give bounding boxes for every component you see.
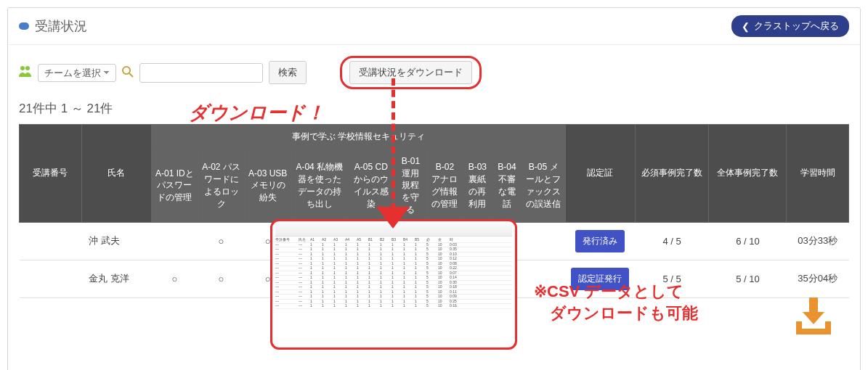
annotation-csv-preview: 受講番号氏名A1A2A3A4A5B1B2B3B4B5必全時 ――11111111… <box>270 219 517 350</box>
cell-time: 03分33秒 <box>787 222 849 260</box>
cert-issued-button[interactable]: 発行済み <box>575 230 625 252</box>
cell-b05 <box>522 222 565 260</box>
annotation-download-label: ダウンロード！ <box>189 100 325 126</box>
cell-id <box>20 260 82 297</box>
download-icon <box>792 294 835 340</box>
back-to-class-top-button[interactable]: ❮ クラストップへ戻る <box>731 15 849 37</box>
search-input[interactable] <box>139 63 263 83</box>
cell-a02: ○ <box>198 260 244 297</box>
col-b05: B-05 メールとファックスの誤送信 <box>522 149 565 222</box>
cell-a01 <box>151 222 198 260</box>
people-icon <box>19 65 32 80</box>
title-bullet-icon <box>19 22 29 30</box>
col-b03: B-03 裏紙の再利用 <box>463 149 492 222</box>
page-title: 受講状況 <box>35 17 87 35</box>
annotation-arrow-line <box>392 78 395 210</box>
cell-name: 金丸 克洋 <box>81 260 151 297</box>
chevron-left-icon: ❮ <box>742 21 750 32</box>
col-name: 氏名 <box>81 125 151 223</box>
cell-all-done: 5 / 10 <box>709 260 787 297</box>
col-all-done: 全体事例完了数 <box>709 125 787 223</box>
download-status-button[interactable]: 受講状況をダウンロード <box>349 61 472 84</box>
svg-rect-7 <box>796 321 802 334</box>
cell-cert: 発行済み <box>565 222 635 260</box>
annotation-arrow-head-icon <box>376 207 410 229</box>
col-a01: A-01 IDとパスワードの管理 <box>151 149 198 222</box>
svg-point-0 <box>20 66 25 70</box>
svg-rect-4 <box>809 297 818 313</box>
back-button-label: クラストップへ戻る <box>754 20 839 33</box>
download-button-highlight: 受講状況をダウンロード <box>340 56 482 89</box>
col-group-title: 事例で学ぶ 学校情報セキュリティ <box>151 125 565 149</box>
col-id: 受講番号 <box>20 125 82 223</box>
col-b04: B-04 不審な電話 <box>492 149 522 222</box>
cell-name: 沖 武夫 <box>81 222 151 260</box>
col-time: 学習時間 <box>787 125 849 223</box>
table-head: 受講番号 氏名 事例で学ぶ 学校情報セキュリティ 認定証 必須事例完了数 全体事… <box>20 125 849 223</box>
csv-preview-inner: 受講番号氏名A1A2A3A4A5B1B2B3B4B5必全時 ――11111111… <box>272 221 515 311</box>
record-count-label: 21件中 1 ～ 21件 <box>19 100 849 117</box>
search-button[interactable]: 検索 <box>269 61 307 84</box>
col-cert: 認定証 <box>565 125 635 223</box>
col-b02: B-02 アナログ情報の管理 <box>427 149 463 222</box>
panel-title-wrap: 受講状況 <box>19 17 87 35</box>
cell-all-done: 6 / 10 <box>709 222 787 260</box>
col-a04: A-04 私物機器を使ったデータの持ち出し <box>291 149 348 222</box>
annotation-csv-text-line1: ※CSV データとして <box>534 281 698 303</box>
svg-point-2 <box>123 67 130 74</box>
svg-rect-8 <box>825 321 831 334</box>
cell-a01: ○ <box>151 260 198 297</box>
cell-need-done: 4 / 5 <box>635 222 709 260</box>
col-a02: A-02 パスワードによるロック <box>198 149 244 222</box>
svg-point-1 <box>25 66 30 70</box>
cell-id <box>20 222 82 260</box>
annotation-csv-text-line2: ダウンロードも可能 <box>534 303 698 324</box>
cell-time: 35分04秒 <box>787 260 849 297</box>
panel-header: 受講状況 ❮ クラストップへ戻る <box>8 8 860 45</box>
svg-marker-5 <box>803 312 824 324</box>
cell-a02: ○ <box>198 222 244 260</box>
search-icon <box>122 66 134 80</box>
annotation-csv-text: ※CSV データとして ダウンロードも可能 <box>534 281 698 324</box>
col-need-done: 必須事例完了数 <box>635 125 709 223</box>
col-a03: A-03 USBメモリの紛失 <box>245 149 291 222</box>
svg-line-3 <box>129 73 133 77</box>
controls-row: チームを選択 検索 受講状況をダウンロード <box>19 56 849 89</box>
team-select[interactable]: チームを選択 <box>38 64 116 82</box>
